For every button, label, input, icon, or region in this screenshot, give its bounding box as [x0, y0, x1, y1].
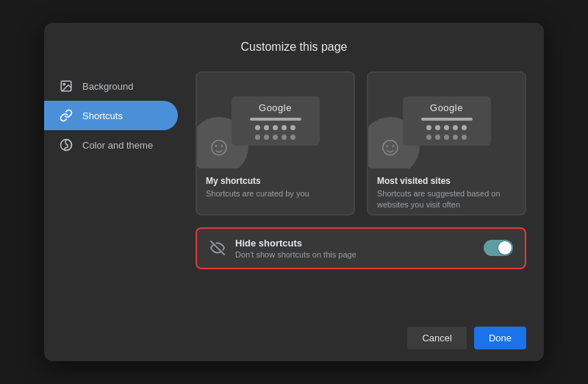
cancel-button[interactable]: Cancel: [407, 327, 466, 349]
my-shortcuts-google-preview: ☺ Google: [197, 73, 354, 168]
google-logo-2: Google: [430, 102, 463, 113]
main-content: ☺ Google: [184, 65, 544, 315]
most-visited-card[interactable]: ☺ Google: [367, 71, 526, 216]
image-icon: [59, 79, 74, 93]
hide-shortcuts-text: Hide shortcuts Don't show shortcuts on t…: [235, 238, 475, 259]
hide-shortcuts-title: Hide shortcuts: [235, 238, 475, 249]
done-button[interactable]: Done: [474, 327, 526, 349]
my-shortcuts-desc: Shortcuts are curated by you: [206, 188, 345, 199]
sidebar-item-color-and-theme[interactable]: Color and theme: [44, 130, 178, 160]
dialog-overlay: Customize this page Background: [0, 0, 588, 384]
toggle-knob: [498, 241, 512, 255]
dots-row-1a: [255, 125, 295, 130]
my-shortcuts-title: My shortcuts: [206, 176, 345, 186]
dialog-title: Customize this page: [241, 40, 348, 53]
most-visited-preview: ☺ Google: [368, 73, 525, 168]
google-box-1: Google: [232, 96, 320, 146]
sidebar-item-shortcuts[interactable]: Shortcuts: [44, 101, 178, 130]
sidebar: Background Shortcuts: [44, 65, 184, 315]
sidebar-item-background-label: Background: [82, 81, 133, 92]
google-box-2: Google: [403, 96, 491, 146]
palette-icon: [59, 138, 74, 152]
google-logo-1: Google: [259, 102, 292, 113]
dots-row-2b: [426, 135, 467, 140]
dialog: Customize this page Background: [44, 23, 544, 361]
most-visited-title: Most visited sites: [377, 176, 516, 186]
dialog-footer: Cancel Done: [44, 315, 544, 361]
search-bar-2: [421, 118, 473, 121]
hide-shortcuts-row[interactable]: Hide shortcuts Don't show shortcuts on t…: [196, 227, 526, 269]
sidebar-item-shortcuts-label: Shortcuts: [82, 110, 123, 121]
most-visited-label: Most visited sites Shortcuts are suggest…: [368, 168, 525, 214]
search-bar-1: [250, 118, 301, 121]
hide-shortcuts-toggle[interactable]: [484, 240, 513, 256]
my-shortcuts-preview: ☺ Google: [197, 73, 354, 168]
hide-shortcuts-icon: [209, 239, 226, 257]
dialog-header: Customize this page: [44, 23, 544, 65]
svg-point-1: [63, 83, 65, 85]
link-icon: [59, 108, 74, 123]
dialog-body: Background Shortcuts: [44, 65, 544, 315]
avatar-icon-2: ☺: [377, 131, 404, 162]
sidebar-item-background[interactable]: Background: [44, 71, 178, 101]
most-visited-google-preview: ☺ Google: [368, 73, 525, 168]
most-visited-desc: Shortcuts are suggested based on website…: [377, 188, 516, 211]
hide-shortcuts-desc: Don't show shortcuts on this page: [235, 250, 475, 259]
avatar-icon: ☺: [206, 131, 233, 162]
my-shortcuts-label: My shortcuts Shortcuts are curated by yo…: [197, 168, 354, 202]
options-grid: ☺ Google: [196, 71, 526, 216]
sidebar-item-color-label: Color and theme: [82, 140, 153, 151]
dots-row-1b: [255, 135, 295, 140]
my-shortcuts-card[interactable]: ☺ Google: [196, 71, 355, 216]
dots-row-2a: [426, 125, 467, 130]
